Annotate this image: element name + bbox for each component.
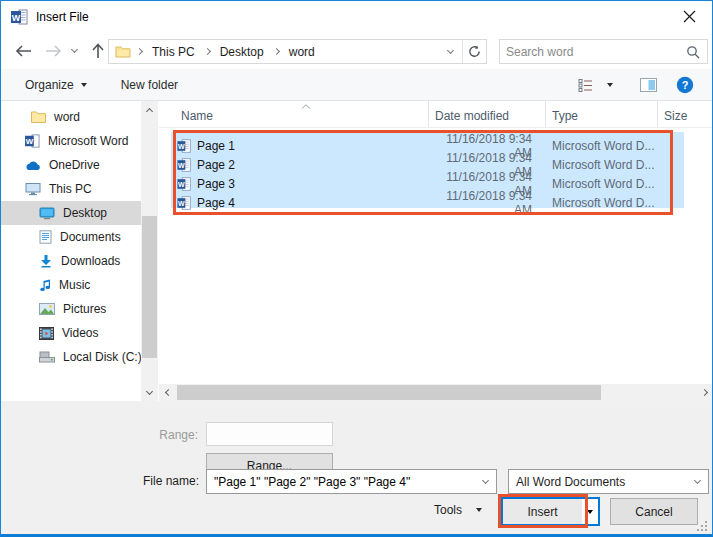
word-file-icon: W [177, 196, 191, 210]
back-icon [15, 45, 32, 57]
column-header-name[interactable]: Name [159, 101, 429, 127]
recent-locations-button[interactable] [65, 38, 83, 63]
chevron-down-icon [446, 46, 453, 53]
file-row-page-2[interactable]: WPage 2 11/16/2018 9:34 AM Microsoft Wor… [171, 151, 684, 170]
back-button[interactable] [10, 38, 36, 63]
list-horizontal-scrollbar[interactable] [159, 384, 713, 401]
insert-dropdown-button[interactable] [582, 499, 598, 524]
view-dropdown-button[interactable] [605, 78, 615, 92]
navigation-sidebar: word W Microsoft Word OneDrive This PC D… [1, 101, 141, 401]
breadcrumb: This PC Desktop word [131, 43, 438, 61]
help-button[interactable]: ? [674, 71, 696, 99]
sidebar-item-pictures[interactable]: Pictures [1, 297, 141, 321]
up-icon [92, 43, 104, 59]
sidebar-item-music[interactable]: Music [1, 273, 141, 297]
chevron-down-icon [693, 476, 700, 483]
computer-icon [25, 182, 41, 196]
svg-text:W: W [178, 143, 185, 150]
organize-button[interactable]: Organize [17, 73, 95, 97]
sidebar-item-documents[interactable]: Documents [1, 225, 141, 249]
search-input[interactable] [500, 45, 686, 59]
file-row-page-4[interactable]: WPage 4 11/16/2018 9:34 AM Microsoft Wor… [171, 189, 684, 208]
file-row-page-3[interactable]: WPage 3 11/16/2018 9:34 AM Microsoft Wor… [171, 170, 684, 189]
sidebar-item-desktop[interactable]: Desktop [1, 201, 141, 225]
column-headers: Name Date modified Type Size [159, 101, 713, 128]
chevron-down-icon [481, 476, 488, 483]
word-app-icon: W [25, 134, 40, 148]
documents-icon [39, 230, 52, 244]
insert-split-button: Insert [501, 497, 600, 526]
range-input[interactable] [206, 422, 333, 446]
column-header-date-modified[interactable]: Date modified [429, 101, 546, 127]
folder-icon [31, 111, 46, 123]
cancel-button[interactable]: Cancel [610, 498, 698, 525]
refresh-button[interactable] [462, 40, 486, 63]
search-box [499, 39, 708, 64]
range-label: Range: [101, 428, 198, 442]
breadcrumb-desktop[interactable]: Desktop [214, 43, 270, 61]
insert-button[interactable]: Insert [503, 499, 582, 524]
scroll-down-button[interactable] [141, 384, 158, 401]
word-app-icon: W [11, 9, 28, 25]
new-folder-button[interactable]: New folder [113, 73, 186, 97]
svg-text:W: W [178, 181, 185, 188]
refresh-icon [468, 45, 481, 58]
navigation-bar: This PC Desktop word [1, 32, 712, 69]
forward-icon [45, 45, 62, 57]
organize-label: Organize [25, 78, 74, 92]
dropdown-arrow-icon [81, 83, 87, 87]
sidebar-item-onedrive[interactable]: OneDrive [1, 153, 141, 177]
dropdown-arrow-icon [476, 508, 482, 512]
scrollbar-thumb[interactable] [142, 216, 157, 358]
column-header-size[interactable]: Size [658, 101, 713, 127]
film-icon [39, 327, 54, 340]
close-button[interactable] [667, 1, 712, 31]
svg-text:W: W [178, 200, 185, 207]
tools-label: Tools [434, 503, 462, 517]
resize-grip[interactable] [697, 521, 708, 532]
file-type-combobox[interactable]: All Word Documents [508, 469, 709, 494]
chevron-down-icon [146, 387, 153, 394]
breadcrumb-word[interactable]: word [283, 43, 321, 61]
address-dropdown-button[interactable] [438, 40, 462, 63]
column-header-type[interactable]: Type [546, 101, 658, 127]
tools-button[interactable]: Tools [434, 503, 482, 517]
file-type-value: All Word Documents [509, 475, 686, 489]
sidebar-scrollbar[interactable] [141, 101, 158, 401]
chevron-right-icon [204, 48, 211, 55]
change-view-button[interactable] [576, 73, 596, 98]
address-bar[interactable]: This PC Desktop word [108, 39, 487, 64]
dropdown-arrow-icon [587, 510, 593, 514]
scroll-left-button[interactable] [159, 384, 176, 401]
svg-text:W: W [12, 12, 21, 22]
sidebar-item-downloads[interactable]: Downloads [1, 249, 141, 273]
scroll-right-button[interactable] [697, 384, 713, 401]
word-file-icon: W [177, 158, 191, 172]
insert-file-dialog: W Insert File This PC [0, 0, 713, 537]
file-name-label: File name: [61, 474, 199, 488]
file-name-input[interactable] [207, 475, 474, 489]
word-file-icon: W [177, 177, 191, 191]
sidebar-item-local-disk-c[interactable]: Local Disk (C:) [1, 345, 141, 369]
search-icon [686, 45, 700, 59]
file-row-page-1[interactable]: WPage 1 11/16/2018 9:34 AM Microsoft Wor… [171, 132, 684, 151]
preview-pane-button[interactable] [638, 73, 659, 97]
sidebar-item-word[interactable]: word [1, 105, 141, 129]
dropdown-arrow-icon [607, 83, 613, 87]
preview-pane-icon [640, 78, 657, 92]
file-type-dropdown-button[interactable] [686, 470, 708, 493]
word-file-icon: W [177, 139, 191, 153]
sidebar-item-videos[interactable]: Videos [1, 321, 141, 345]
picture-icon [39, 303, 55, 315]
sort-ascending-icon [301, 104, 311, 109]
svg-text:W: W [178, 162, 185, 169]
forward-button[interactable] [40, 38, 66, 63]
sidebar-item-this-pc[interactable]: This PC [1, 177, 141, 201]
breadcrumb-this-pc[interactable]: This PC [146, 43, 201, 61]
scrollbar-thumb[interactable] [177, 385, 601, 400]
command-bar: Organize New folder ? [1, 69, 712, 101]
sidebar-item-microsoft-word[interactable]: W Microsoft Word [1, 129, 141, 153]
chevron-right-icon [701, 389, 708, 396]
scroll-up-button[interactable] [141, 101, 158, 118]
file-name-dropdown-button[interactable] [474, 470, 496, 493]
